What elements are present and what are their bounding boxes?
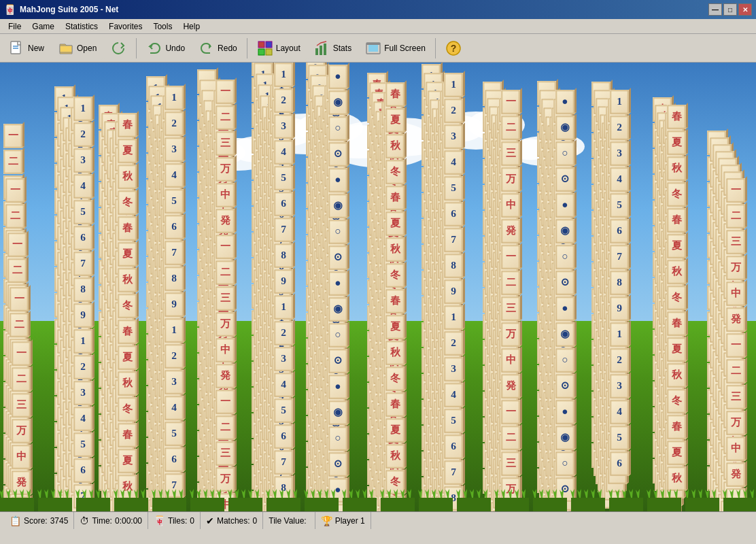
- svg-rect-8: [320, 46, 322, 55]
- menu-game[interactable]: Game: [27, 19, 60, 33]
- open-button[interactable]: Open: [52, 37, 103, 60]
- game-area[interactable]: [0, 63, 756, 511]
- app-icon: 🀄: [4, 4, 16, 15]
- matches-icon: ✔: [206, 515, 214, 526]
- score-label: Score:: [24, 516, 48, 526]
- svg-rect-11: [368, 45, 378, 52]
- redo-icon: [199, 40, 215, 56]
- time-label: Time:: [92, 516, 112, 526]
- stats-label: Stats: [333, 44, 351, 53]
- svg-rect-3: [258, 41, 264, 48]
- svg-rect-9: [324, 44, 326, 55]
- menu-file[interactable]: File: [3, 19, 27, 33]
- app-title: MahJong Suite 2005 - Net: [20, 5, 118, 14]
- menu-help[interactable]: Help: [177, 19, 205, 33]
- close-button[interactable]: ✕: [738, 3, 752, 16]
- svg-text:?: ?: [451, 43, 457, 54]
- help-button[interactable]: ?: [439, 37, 468, 60]
- svg-rect-4: [266, 41, 272, 48]
- fullscreen-label: Full Screen: [384, 44, 426, 53]
- svg-rect-5: [258, 49, 264, 55]
- matches-label: Matches:: [217, 516, 250, 526]
- tile-value-status: Tile Value:: [263, 512, 315, 529]
- time-value: 0:00:00: [115, 516, 142, 526]
- matches-value: 0: [253, 516, 258, 526]
- new-icon: [9, 40, 25, 56]
- statusbar: 📋 Score: 3745 ⏱ Time: 0:00:00 🀄 Tiles: 0…: [0, 511, 756, 529]
- tile-value-label: Tile Value:: [269, 516, 306, 526]
- titlebar: 🀄 MahJong Suite 2005 - Net — □ ✕: [0, 0, 756, 19]
- score-status: 📋 Score: 3745: [4, 512, 74, 529]
- fullscreen-icon: [365, 40, 381, 56]
- toolbar: New Open Undo Redo Layout Stats: [0, 34, 756, 63]
- stats-button[interactable]: Stats: [308, 37, 358, 60]
- redo-label: Redo: [218, 44, 237, 53]
- game-canvas[interactable]: [0, 63, 756, 511]
- open-label: Open: [77, 44, 97, 53]
- titlebar-controls[interactable]: — □ ✕: [708, 3, 752, 16]
- help-icon: ?: [445, 40, 462, 56]
- layout-icon: [257, 40, 273, 56]
- redo-button[interactable]: Redo: [192, 37, 243, 60]
- menu-favorites[interactable]: Favorites: [103, 19, 148, 33]
- new-label: New: [28, 44, 44, 53]
- player-label: Player 1: [335, 516, 365, 526]
- menu-statistics[interactable]: Statistics: [60, 19, 103, 33]
- svg-rect-6: [266, 49, 272, 55]
- fullscreen-button[interactable]: Full Screen: [359, 37, 432, 60]
- toolbar-sep-1: [136, 38, 137, 58]
- matches-status: ✔ Matches: 0: [201, 512, 263, 529]
- toolbar-sep-3: [435, 38, 436, 58]
- svg-rect-0: [11, 41, 20, 54]
- menubar: File Game Statistics Favorites Tools Hel…: [0, 19, 756, 34]
- layout-label: Layout: [276, 44, 300, 53]
- tiles-value: 0: [190, 516, 194, 526]
- refresh-icon: [110, 40, 126, 56]
- minimize-button[interactable]: —: [708, 3, 722, 16]
- maximize-button[interactable]: □: [723, 3, 737, 16]
- tiles-icon: 🀄: [154, 515, 165, 526]
- score-value: 3745: [50, 516, 69, 526]
- tiles-status: 🀄 Tiles: 0: [148, 512, 201, 529]
- stats-icon: [314, 40, 330, 56]
- refresh-button[interactable]: [104, 37, 133, 60]
- svg-rect-12: [366, 43, 380, 45]
- svg-rect-7: [315, 48, 318, 55]
- time-status: ⏱ Time: 0:00:00: [74, 512, 148, 529]
- undo-icon: [146, 40, 162, 56]
- score-icon: 📋: [10, 515, 21, 526]
- player-icon: 🏆: [321, 515, 332, 526]
- undo-button[interactable]: Undo: [140, 37, 191, 60]
- toolbar-sep-2: [247, 38, 247, 58]
- open-icon: [58, 40, 74, 56]
- menu-tools[interactable]: Tools: [148, 19, 177, 33]
- titlebar-left: 🀄 MahJong Suite 2005 - Net: [4, 4, 118, 15]
- new-button[interactable]: New: [3, 37, 50, 60]
- tiles-label: Tiles:: [168, 516, 187, 526]
- time-icon: ⏱: [80, 515, 89, 526]
- layout-button[interactable]: Layout: [251, 37, 307, 60]
- undo-label: Undo: [165, 44, 185, 53]
- player-status: 🏆 Player 1: [315, 512, 371, 529]
